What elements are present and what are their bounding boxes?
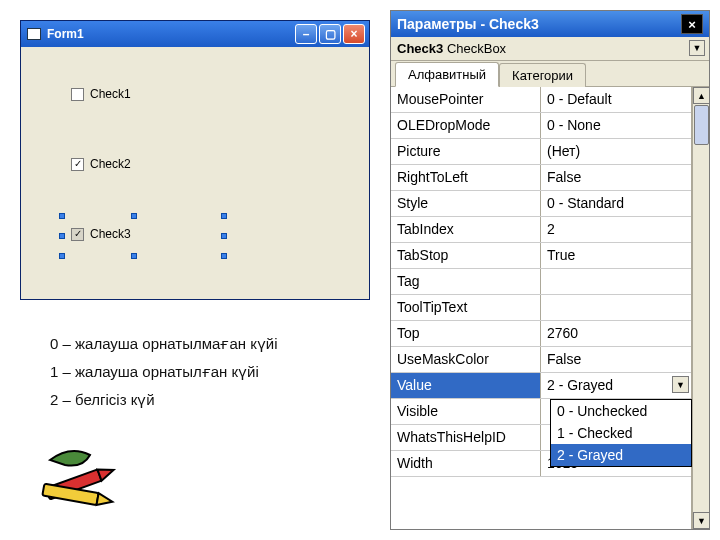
object-type: CheckBox bbox=[447, 41, 506, 56]
app-icon bbox=[27, 28, 41, 40]
property-row[interactable]: Top2760 bbox=[391, 321, 691, 347]
object-name: Check3 bbox=[397, 41, 443, 56]
svg-marker-1 bbox=[97, 464, 115, 480]
close-button[interactable]: × bbox=[343, 24, 365, 44]
checkbox-check2[interactable]: ✓ Check2 bbox=[71, 157, 131, 171]
properties-panel: Параметры - Check3 × Check3 CheckBox ▼ А… bbox=[390, 10, 710, 530]
property-row[interactable]: Tag bbox=[391, 269, 691, 295]
dropdown-opt-checked[interactable]: 1 - Checked bbox=[551, 422, 691, 444]
property-row[interactable]: Value2 - Grayed▼ bbox=[391, 373, 691, 399]
property-value[interactable]: 2 - Grayed▼ bbox=[541, 373, 691, 398]
property-value[interactable]: (Нет) bbox=[541, 139, 691, 164]
maximize-button[interactable]: ▢ bbox=[319, 24, 341, 44]
property-value[interactable]: 0 - Standard bbox=[541, 191, 691, 216]
property-value[interactable]: False bbox=[541, 165, 691, 190]
property-row[interactable]: MousePointer0 - Default bbox=[391, 87, 691, 113]
properties-title: Параметры - Check3 bbox=[397, 16, 539, 32]
property-row[interactable]: TabStopTrue bbox=[391, 243, 691, 269]
legend-text: 0 – жалауша орнатылмаған күйі 1 – жалауш… bbox=[50, 330, 277, 414]
properties-grid-wrap: MousePointer0 - DefaultOLEDropMode0 - No… bbox=[391, 87, 709, 529]
selection-handle[interactable] bbox=[131, 253, 137, 259]
checkbox-box-checked-icon: ✓ bbox=[71, 158, 84, 171]
property-name: Width bbox=[391, 451, 541, 476]
property-name: ToolTipText bbox=[391, 295, 541, 320]
form-designer-window: Form1 – ▢ × Check1 ✓ Check2 ✓ Check3 bbox=[20, 20, 370, 300]
property-name: Style bbox=[391, 191, 541, 216]
selection-handle[interactable] bbox=[59, 213, 65, 219]
property-name: RightToLeft bbox=[391, 165, 541, 190]
chevron-down-icon[interactable]: ▼ bbox=[672, 376, 689, 393]
object-dropdown-icon[interactable]: ▼ bbox=[689, 40, 705, 56]
minimize-button[interactable]: – bbox=[295, 24, 317, 44]
checkbox-box-icon bbox=[71, 88, 84, 101]
property-value[interactable]: 0 - Default bbox=[541, 87, 691, 112]
svg-marker-3 bbox=[97, 493, 114, 507]
legend-line-2: 2 – белгісіз күй bbox=[50, 386, 277, 414]
object-selector[interactable]: Check3 CheckBox ▼ bbox=[391, 37, 709, 61]
properties-titlebar[interactable]: Параметры - Check3 × bbox=[391, 11, 709, 37]
checkbox-label: Check2 bbox=[90, 157, 131, 171]
property-name: Picture bbox=[391, 139, 541, 164]
property-name: Tag bbox=[391, 269, 541, 294]
selection-handle[interactable] bbox=[221, 233, 227, 239]
property-row[interactable]: Style0 - Standard bbox=[391, 191, 691, 217]
properties-tabs: Алфавитный Категории bbox=[391, 61, 709, 87]
property-value[interactable]: 2760 bbox=[541, 321, 691, 346]
tab-categories[interactable]: Категории bbox=[499, 63, 586, 87]
property-row[interactable]: RightToLeftFalse bbox=[391, 165, 691, 191]
selection-handle[interactable] bbox=[221, 213, 227, 219]
property-value[interactable]: 2 bbox=[541, 217, 691, 242]
property-name: OLEDropMode bbox=[391, 113, 541, 138]
selection-handle[interactable] bbox=[59, 233, 65, 239]
value-dropdown[interactable]: 0 - Unchecked 1 - Checked 2 - Grayed bbox=[550, 399, 692, 467]
property-name: UseMaskColor bbox=[391, 347, 541, 372]
scroll-thumb[interactable] bbox=[694, 105, 709, 145]
property-value[interactable] bbox=[541, 269, 691, 294]
property-name: Visible bbox=[391, 399, 541, 424]
dropdown-opt-unchecked[interactable]: 0 - Unchecked bbox=[551, 400, 691, 422]
property-name: Value bbox=[391, 373, 541, 398]
scroll-down-icon[interactable]: ▼ bbox=[693, 512, 710, 529]
legend-line-0: 0 – жалауша орнатылмаған күйі bbox=[50, 330, 277, 358]
property-name: TabIndex bbox=[391, 217, 541, 242]
property-value[interactable]: True bbox=[541, 243, 691, 268]
property-row[interactable]: ToolTipText bbox=[391, 295, 691, 321]
legend-line-1: 1 – жалауша орнатылған күйі bbox=[50, 358, 277, 386]
dropdown-opt-grayed[interactable]: 2 - Grayed bbox=[551, 444, 691, 466]
form-titlebar[interactable]: Form1 – ▢ × bbox=[21, 21, 369, 47]
checkbox-label: Check1 bbox=[90, 87, 131, 101]
vertical-scrollbar[interactable]: ▲ ▼ bbox=[692, 87, 709, 529]
property-row[interactable]: OLEDropMode0 - None bbox=[391, 113, 691, 139]
property-value[interactable]: False bbox=[541, 347, 691, 372]
tab-alphabetic[interactable]: Алфавитный bbox=[395, 62, 499, 87]
checkbox-box-grayed-icon: ✓ bbox=[71, 228, 84, 241]
form-body[interactable]: Check1 ✓ Check2 ✓ Check3 bbox=[21, 47, 369, 299]
form-title: Form1 bbox=[47, 27, 295, 41]
property-value[interactable]: 0 - None bbox=[541, 113, 691, 138]
checkbox-check1[interactable]: Check1 bbox=[71, 87, 131, 101]
property-row[interactable]: TabIndex2 bbox=[391, 217, 691, 243]
crayons-illustration bbox=[35, 440, 125, 520]
selection-handle[interactable] bbox=[131, 213, 137, 219]
property-name: WhatsThisHelpID bbox=[391, 425, 541, 450]
property-row[interactable]: Picture(Нет) bbox=[391, 139, 691, 165]
checkbox-label: Check3 bbox=[90, 227, 131, 241]
checkbox-check3[interactable]: ✓ Check3 bbox=[71, 227, 131, 241]
properties-close-button[interactable]: × bbox=[681, 14, 703, 34]
scroll-up-icon[interactable]: ▲ bbox=[693, 87, 710, 104]
property-value[interactable] bbox=[541, 295, 691, 320]
property-name: TabStop bbox=[391, 243, 541, 268]
selection-handle[interactable] bbox=[59, 253, 65, 259]
property-name: Top bbox=[391, 321, 541, 346]
property-row[interactable]: UseMaskColorFalse bbox=[391, 347, 691, 373]
selection-handle[interactable] bbox=[221, 253, 227, 259]
property-name: MousePointer bbox=[391, 87, 541, 112]
